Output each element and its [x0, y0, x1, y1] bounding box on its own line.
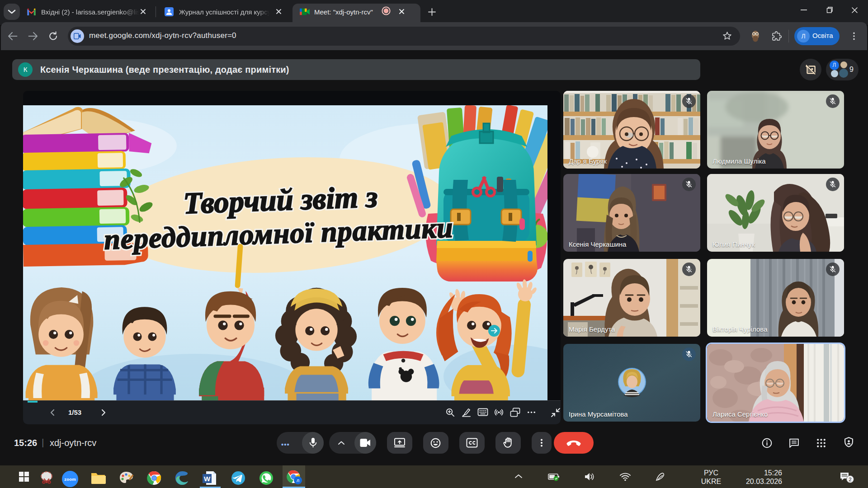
svg-text:W: W — [204, 475, 211, 483]
svg-text:Творчий звіт з: Творчий звіт з — [183, 180, 378, 220]
